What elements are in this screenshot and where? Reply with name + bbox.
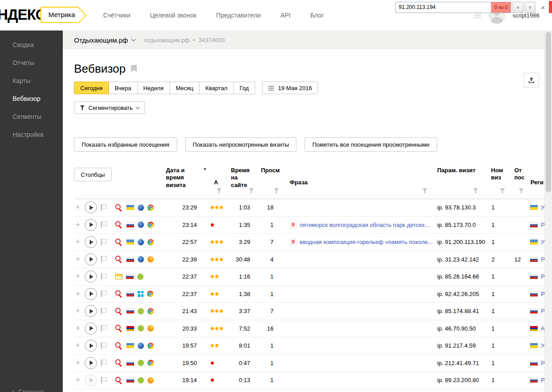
time-on-site: 7:52 (228, 325, 256, 332)
date-picker-button[interactable]: 19 Мая 2016 (262, 82, 318, 94)
play-button[interactable] (85, 253, 97, 266)
region-link[interactable]: Ар (541, 325, 544, 332)
flag-icon[interactable] (101, 256, 107, 263)
site-selector[interactable]: Отдыхающим.рф (74, 36, 135, 44)
flag-icon[interactable] (101, 308, 107, 315)
nav-item[interactable]: Представители (216, 12, 261, 19)
filter-funnel-icon[interactable] (422, 188, 427, 193)
play-button[interactable] (85, 322, 97, 335)
flag-icon[interactable] (101, 204, 107, 211)
flag-icon[interactable] (101, 325, 107, 332)
add-favorite-button[interactable] (75, 306, 81, 316)
add-favorite-button[interactable] (75, 220, 81, 230)
play-button[interactable] (85, 288, 97, 300)
add-favorite-button[interactable] (75, 324, 81, 333)
play-icon (90, 257, 93, 261)
region-link[interactable]: Ро (541, 360, 544, 366)
play-button[interactable] (85, 305, 97, 317)
export-button[interactable] (524, 73, 539, 88)
action-button[interactable]: Пометить все посещения просмотренными (304, 137, 437, 152)
region-link[interactable]: Ро (541, 273, 544, 280)
sidebar-collapse[interactable]: Свернуть (13, 388, 46, 392)
action-button[interactable]: Показать непросмотренные визиты (185, 137, 297, 152)
period-tab[interactable]: Год (233, 82, 255, 94)
add-favorite-button[interactable] (75, 237, 81, 247)
find-input[interactable] (396, 2, 491, 13)
region-link[interactable]: Укр (541, 239, 544, 245)
column-datetime[interactable]: Дата и время визита ▼ (163, 163, 209, 199)
search-phrase-link[interactable]: вводная композиция-горельеф «память поко… (300, 239, 433, 245)
sidebar-item[interactable]: Сводка (0, 36, 63, 54)
sidebar-item[interactable]: Сегменты (0, 108, 63, 126)
nav-item[interactable]: Блог (310, 12, 324, 19)
flag-icon[interactable] (101, 342, 107, 349)
flag-icon[interactable] (101, 377, 107, 384)
play-button[interactable] (85, 236, 97, 248)
filter-funnel-icon[interactable] (500, 188, 505, 193)
region-link[interactable]: Укр (541, 204, 544, 211)
segment-button[interactable]: Сегментировать (74, 101, 145, 114)
columns-button[interactable]: Столбцы (74, 168, 112, 181)
activity-dots (209, 292, 228, 296)
add-favorite-button[interactable] (75, 289, 81, 299)
sidebar-item[interactable]: Вебвизор (0, 90, 63, 108)
add-favorite-button[interactable] (75, 341, 81, 350)
period-tab[interactable]: Неделя (137, 82, 170, 94)
bookmark-icon[interactable] (131, 65, 137, 73)
visit-params-ip: ip. 91.200.113.190 (433, 239, 488, 245)
play-button[interactable] (85, 219, 97, 231)
nav-item[interactable]: Счётчики (103, 12, 130, 19)
filter-funnel-icon[interactable] (473, 188, 478, 193)
flag-icon[interactable] (101, 273, 107, 280)
sort-desc-icon[interactable]: ▼ (203, 167, 207, 172)
add-favorite-button[interactable] (75, 375, 81, 385)
flag-icon[interactable] (101, 290, 107, 297)
scrollbar[interactable] (544, 30, 552, 392)
region-link[interactable]: Укр (541, 342, 544, 349)
play-button[interactable] (85, 357, 97, 369)
region-link[interactable]: Ро (541, 377, 544, 383)
region-link[interactable]: Ро (541, 256, 544, 263)
filter-funnel-icon[interactable] (249, 188, 254, 193)
filter-funnel-icon[interactable] (519, 188, 524, 193)
action-button[interactable]: Показать избранные посещения (74, 137, 177, 152)
search-icon (115, 377, 123, 384)
flag-icon[interactable] (101, 221, 107, 228)
add-favorite-button[interactable] (75, 255, 81, 264)
filter-funnel-icon[interactable] (217, 188, 222, 193)
sidebar-item[interactable]: Отчеты (0, 54, 63, 72)
period-tab[interactable]: Сегодня (74, 82, 109, 94)
add-favorite-button[interactable] (75, 358, 81, 368)
find-match-count: 0 из 0 (491, 2, 511, 13)
flag-icon[interactable] (101, 239, 107, 246)
period-tab[interactable]: Квартал (199, 82, 234, 94)
play-button[interactable] (85, 270, 97, 283)
search-icon (115, 359, 123, 366)
region-link[interactable]: Ро (541, 291, 544, 297)
play-button[interactable] (85, 201, 97, 213)
find-prev-button[interactable]: ∧ (513, 2, 523, 13)
flag-icon[interactable] (101, 359, 107, 366)
play-button[interactable] (85, 374, 97, 386)
sidebar-item[interactable]: Карты (0, 72, 63, 90)
region-link[interactable]: Ро (541, 308, 544, 314)
filter-funnel-icon[interactable] (274, 188, 279, 193)
yandex-logo[interactable]: НДЕКС (0, 6, 46, 23)
region-link[interactable]: Ро (541, 222, 544, 228)
add-favorite-button[interactable] (75, 203, 81, 212)
nav-item[interactable]: API (280, 12, 291, 19)
activity-dot (211, 206, 214, 209)
add-favorite-button[interactable] (75, 272, 81, 281)
search-phrase-link[interactable]: пятиморск волгоградская область парк дет… (300, 222, 433, 228)
find-close-button[interactable]: × (539, 4, 548, 11)
chrome-icon (148, 222, 154, 228)
period-tab[interactable]: Месяц (170, 82, 200, 94)
region-flag-icon (530, 309, 538, 314)
nav-item[interactable]: Целевой звонок (150, 12, 197, 19)
sidebar-item[interactable]: Настройка (0, 126, 63, 144)
find-next-button[interactable]: ∨ (525, 2, 535, 13)
scrollbar-thumb[interactable] (546, 32, 551, 192)
play-button[interactable] (85, 340, 97, 352)
metrika-tab[interactable]: Метрика (40, 7, 78, 23)
period-tab[interactable]: Вчера (109, 82, 138, 94)
